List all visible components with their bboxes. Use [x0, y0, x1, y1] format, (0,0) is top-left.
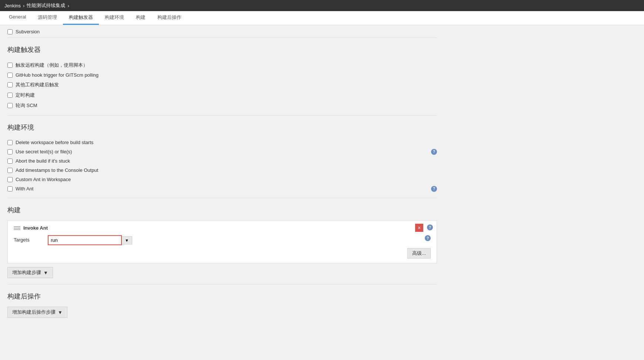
add-build-step-button[interactable]: 增加构建步骤 ▼ — [7, 267, 53, 278]
add-post-build-step-label: 增加构建后操作步骤 — [12, 309, 56, 316]
tabs-bar: General 源码管理 构建触发器 构建环境 构建 构建后操作 — [0, 11, 644, 25]
drag-handle[interactable] — [14, 226, 20, 230]
build-section-title: 构建 — [7, 206, 437, 216]
delete-build-step-button[interactable]: × — [415, 224, 423, 232]
env-with-ant-row: With Ant — [7, 184, 33, 193]
targets-input-group: ▼ — [48, 235, 420, 245]
breadcrumb-sep2: › — [67, 3, 69, 9]
invoke-ant-help-icon[interactable]: ? — [427, 224, 433, 230]
trigger-scm-checkbox[interactable] — [7, 103, 13, 108]
trigger-scm-label: 轮询 SCM — [16, 102, 37, 109]
advanced-btn-row: 高级... — [14, 248, 431, 259]
trigger-other-checkbox[interactable] — [7, 82, 13, 87]
jenkins-link[interactable]: Jenkins — [4, 3, 21, 9]
env-delete-ws-checkbox[interactable] — [7, 140, 13, 145]
env-abort-checkbox[interactable] — [7, 159, 13, 164]
subversion-checkbox[interactable] — [7, 29, 13, 34]
build-env-title: 构建环境 — [7, 123, 437, 133]
add-build-step-container: 增加构建步骤 ▼ — [7, 267, 437, 278]
trigger-remote-label: 触发远程构建（例如，使用脚本） — [16, 62, 88, 69]
tab-post-build[interactable]: 构建后操作 — [151, 11, 187, 25]
trigger-scm-row: 轮询 SCM — [7, 100, 437, 111]
trigger-timer-row: 定时构建 — [7, 90, 437, 100]
env-with-ant-help-icon[interactable]: ? — [431, 186, 437, 192]
build-triggers-title: 构建触发器 — [7, 45, 437, 56]
env-custom-ant-label: Custom Ant in Workspace — [16, 177, 71, 182]
main-content: Subversion 构建触发器 触发远程构建（例如，使用脚本） GitHub … — [0, 25, 444, 336]
tab-general[interactable]: General — [3, 11, 32, 25]
breadcrumb-sep1: › — [23, 3, 24, 9]
env-secret-label: Use secret text(s) or file(s) — [16, 149, 72, 154]
subversion-row: Subversion — [7, 25, 437, 36]
tab-triggers[interactable]: 构建触发器 — [63, 11, 99, 25]
env-abort-row: Abort the build if it's stuck — [7, 156, 437, 166]
invoke-ant-label: Invoke Ant — [23, 225, 48, 231]
env-abort-label: Abort the build if it's stuck — [16, 158, 70, 164]
env-with-ant-label: With Ant — [16, 186, 33, 191]
trigger-remote-checkbox[interactable] — [7, 63, 13, 68]
tab-build-env[interactable]: 构建环境 — [99, 11, 130, 25]
env-custom-ant-row: Custom Ant in Workspace — [7, 175, 437, 184]
env-secret-help-icon[interactable]: ? — [431, 149, 437, 155]
trigger-other-label: 其他工程构建后触发 — [16, 81, 59, 88]
add-build-step-label: 增加构建步骤 — [12, 269, 41, 276]
targets-input[interactable] — [48, 235, 122, 245]
trigger-github-checkbox[interactable] — [7, 73, 13, 78]
trigger-timer-checkbox[interactable] — [7, 93, 13, 98]
env-timestamps-label: Add timestamps to the Console Output — [16, 167, 98, 173]
trigger-github-row: GitHub hook trigger for GITScm polling — [7, 70, 437, 80]
post-build-title: 构建后操作 — [7, 292, 437, 302]
advanced-button[interactable]: 高级... — [407, 248, 431, 259]
invoke-ant-block: Invoke Ant × ? Targets ▼ ? 高级... — [7, 220, 437, 263]
env-with-ant-checkbox[interactable] — [7, 186, 13, 191]
add-post-build-step-button[interactable]: 增加构建后操作步骤 ▼ — [7, 307, 67, 318]
trigger-other-row: 其他工程构建后触发 — [7, 80, 437, 90]
add-post-build-step-dropdown-icon: ▼ — [58, 310, 63, 315]
env-secret-row: Use secret text(s) or file(s) — [7, 147, 72, 156]
env-custom-ant-checkbox[interactable] — [7, 177, 13, 182]
targets-dropdown-btn[interactable]: ▼ — [122, 236, 132, 244]
add-build-step-dropdown-icon: ▼ — [43, 270, 48, 276]
tab-scm[interactable]: 源码管理 — [32, 11, 63, 25]
env-secret-checkbox[interactable] — [7, 149, 13, 154]
trigger-remote-row: 触发远程构建（例如，使用脚本） — [7, 60, 437, 70]
env-timestamps-row: Add timestamps to the Console Output — [7, 166, 437, 175]
project-link[interactable]: 性能测试持续集成 — [27, 2, 65, 9]
trigger-timer-label: 定时构建 — [16, 92, 35, 99]
tab-build[interactable]: 构建 — [130, 11, 151, 25]
targets-row: Targets ▼ ? — [14, 235, 431, 245]
targets-help-icon[interactable]: ? — [425, 235, 431, 241]
trigger-github-label: GitHub hook trigger for GITScm polling — [16, 72, 99, 78]
topbar: Jenkins › 性能测试持续集成 › — [0, 0, 644, 11]
env-delete-ws-row: Delete workspace before build starts — [7, 138, 437, 147]
targets-label: Targets — [14, 235, 43, 243]
invoke-ant-header: Invoke Ant — [14, 225, 431, 231]
env-timestamps-checkbox[interactable] — [7, 168, 13, 173]
subversion-label: Subversion — [16, 29, 40, 34]
env-delete-ws-label: Delete workspace before build starts — [16, 140, 93, 145]
add-post-build-step-container: 增加构建后操作步骤 ▼ — [7, 307, 437, 318]
